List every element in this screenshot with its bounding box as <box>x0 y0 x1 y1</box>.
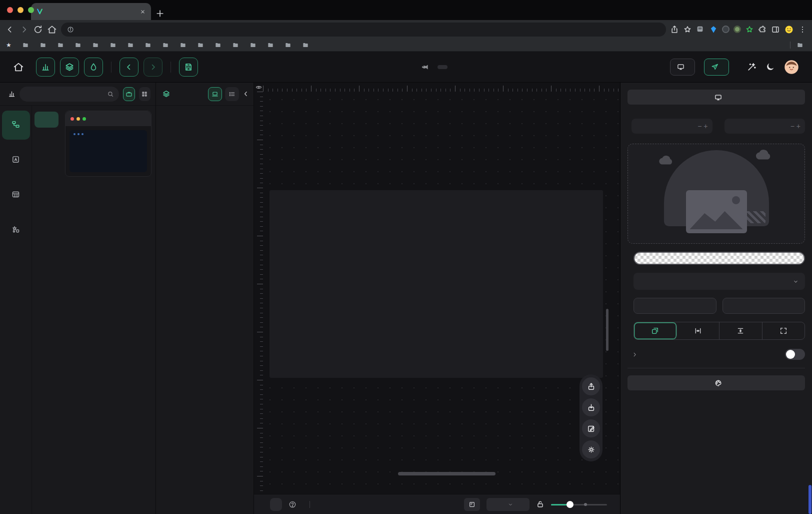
search-component-input-wrap[interactable] <box>20 87 119 102</box>
settings-button[interactable] <box>582 440 600 458</box>
extension-icon-badge[interactable] <box>696 25 705 34</box>
user-avatar[interactable] <box>784 60 799 75</box>
zoom-slider[interactable] <box>551 501 607 508</box>
back-icon[interactable] <box>5 25 15 35</box>
decrement-icon[interactable]: − <box>790 122 794 130</box>
collapse-panel-chevron[interactable] <box>242 90 250 98</box>
layout-toggle-button[interactable] <box>464 498 480 511</box>
bookmark-item[interactable] <box>40 42 49 49</box>
bookmark-item[interactable] <box>180 42 189 49</box>
forward-icon[interactable] <box>19 25 29 35</box>
reload-icon[interactable] <box>33 25 43 35</box>
close-tab-icon[interactable] <box>140 9 146 15</box>
horizontal-scrollbar[interactable] <box>398 472 496 475</box>
magic-wand-icon[interactable] <box>747 62 756 72</box>
address-bar[interactable] <box>61 23 666 37</box>
fit-scale-button[interactable] <box>634 322 677 339</box>
save-button[interactable] <box>179 58 198 77</box>
vertical-scrollbar[interactable] <box>606 309 608 351</box>
profile-emoji-icon[interactable] <box>784 25 794 35</box>
bookmark-item[interactable] <box>267 42 276 49</box>
browser-tab[interactable] <box>31 3 151 20</box>
bookmark-item[interactable] <box>162 42 172 49</box>
undo-button[interactable] <box>120 58 138 77</box>
bookmark-item[interactable] <box>250 42 259 49</box>
chevron-right-icon[interactable] <box>632 351 638 358</box>
clear-color-button[interactable] <box>722 298 806 314</box>
home-icon[interactable] <box>13 62 24 73</box>
width-stepper[interactable]: − + <box>632 119 712 134</box>
increment-icon[interactable]: + <box>704 122 708 130</box>
bookmark-item[interactable] <box>127 42 136 49</box>
project-name-pill[interactable] <box>438 65 448 69</box>
lock-icon[interactable] <box>536 500 544 508</box>
other-bookmarks[interactable] <box>796 42 806 49</box>
fit-width-button[interactable] <box>677 322 720 339</box>
design-canvas[interactable] <box>254 83 620 494</box>
fit-full-button[interactable] <box>762 322 805 339</box>
single-view-toggle[interactable] <box>123 87 135 101</box>
category-item[interactable] <box>34 152 58 168</box>
gem-extension-icon[interactable] <box>709 25 718 34</box>
category-item[interactable] <box>34 212 58 228</box>
close-window-button[interactable] <box>7 7 13 13</box>
zoom-select[interactable] <box>486 498 530 511</box>
thumbnail-view-toggle[interactable] <box>208 87 222 101</box>
bookmark-item[interactable] <box>57 42 66 49</box>
sidebar-item-3[interactable] <box>2 216 30 245</box>
ruler-corner[interactable] <box>254 83 263 92</box>
bookmark-item[interactable] <box>232 42 242 49</box>
bookmark-item[interactable] <box>144 42 154 49</box>
search-input[interactable] <box>24 91 105 98</box>
side-panel-icon[interactable] <box>771 25 780 34</box>
publish-button[interactable] <box>704 59 729 76</box>
increment-icon[interactable]: + <box>796 122 800 130</box>
browser-home-icon[interactable] <box>47 25 57 35</box>
list-view-toggle[interactable] <box>225 87 239 101</box>
theme-color-header[interactable] <box>628 375 805 390</box>
bookmark-item[interactable] <box>92 42 102 49</box>
slider-knob[interactable] <box>566 501 574 508</box>
edit-button[interactable] <box>582 419 600 437</box>
sidebar-item-2[interactable] <box>2 181 30 210</box>
export-button[interactable] <box>582 377 600 395</box>
clear-background-button[interactable] <box>634 298 716 314</box>
category-item[interactable] <box>34 112 58 128</box>
sidebar-item-1[interactable] <box>2 146 30 175</box>
height-stepper[interactable]: − + <box>724 119 806 134</box>
help-icon[interactable] <box>288 500 296 508</box>
bookmark-item[interactable] <box>214 42 224 49</box>
star-extension-icon[interactable] <box>745 25 754 34</box>
info-icon[interactable] <box>67 26 74 33</box>
bookmark-star-icon[interactable] <box>683 25 692 34</box>
menu-dots-icon[interactable] <box>798 25 807 34</box>
fit-height-button[interactable] <box>720 322 762 339</box>
layers-toggle-button[interactable] <box>60 58 79 77</box>
category-item[interactable] <box>34 132 58 148</box>
bookmark-item[interactable] <box>302 42 312 49</box>
bookmarks-root[interactable]: ★ <box>6 42 14 49</box>
components-toggle-button[interactable] <box>36 58 55 77</box>
maximize-window-button[interactable] <box>28 7 34 13</box>
dark-mode-moon-icon[interactable] <box>766 62 775 72</box>
extension-circle-icon[interactable] <box>722 26 730 33</box>
background-color-swatch[interactable] <box>634 252 805 265</box>
sidebar-item-0[interactable] <box>2 111 30 140</box>
page-config-header[interactable] <box>628 90 805 105</box>
bookmark-item[interactable] <box>74 42 84 49</box>
details-toggle-button[interactable] <box>84 58 103 77</box>
bookmark-item[interactable] <box>284 42 294 49</box>
category-item[interactable] <box>34 192 58 208</box>
new-tab-button[interactable] <box>155 9 165 19</box>
preview-button[interactable] <box>670 59 695 76</box>
bookmark-item[interactable] <box>110 42 119 49</box>
category-item[interactable] <box>34 172 58 188</box>
minimize-window-button[interactable] <box>18 7 24 13</box>
panel-scrollbar[interactable] <box>808 485 812 514</box>
decrement-icon[interactable]: − <box>698 122 702 130</box>
background-upload-dropzone[interactable] <box>628 144 805 244</box>
filter-toggle[interactable] <box>785 349 805 360</box>
redo-button[interactable] <box>144 58 162 77</box>
bookmark-item[interactable] <box>22 42 32 49</box>
category-item[interactable] <box>34 232 58 248</box>
